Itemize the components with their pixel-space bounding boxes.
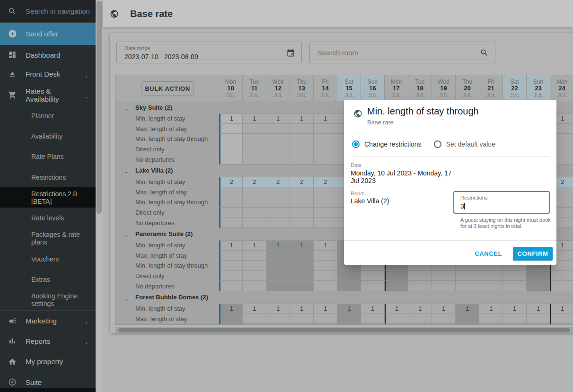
set-default-value-label[interactable]: Set default value — [446, 140, 495, 148]
dialog-subtitle: Base rate — [367, 119, 394, 126]
change-restrictions-label[interactable]: Change restrictions — [364, 140, 422, 148]
dialog-actions: CANCEL CONFIRM — [468, 245, 553, 262]
dialog-date-value: Monday, 10 Jul 2023 - Monday, 17 Jul 202… — [351, 169, 458, 184]
restrictions-input-label: Restrictions — [460, 195, 487, 200]
dialog-room-value: Lake Villa (2) — [351, 197, 389, 205]
dialog-footer-divider — [344, 240, 556, 241]
change-restrictions-radio[interactable] — [352, 140, 360, 148]
dialog-divider — [351, 156, 550, 157]
dialog-date-label: Date — [351, 162, 361, 168]
cancel-button[interactable]: CANCEL — [468, 245, 509, 262]
text-cursor — [464, 203, 465, 209]
restrictions-input[interactable]: Restrictions 3 — [453, 191, 550, 214]
confirm-button[interactable]: CONFIRM — [513, 247, 553, 261]
dialog-title: Min. length of stay through — [367, 106, 479, 117]
restrictions-helper-text: A guest staying on this night must book … — [460, 217, 551, 229]
app: Search in navigationSend offerDashboardF… — [0, 0, 573, 392]
dialog-room-label: Room — [351, 191, 364, 196]
restrictions-input-value: 3 — [460, 202, 464, 210]
dialog-mode-radio-group: Change restrictions Set default value — [352, 140, 495, 148]
restriction-dialog: Min. length of stay through Base rate Ch… — [344, 100, 556, 265]
globe-icon — [353, 109, 362, 118]
set-default-value-radio[interactable] — [434, 140, 441, 148]
